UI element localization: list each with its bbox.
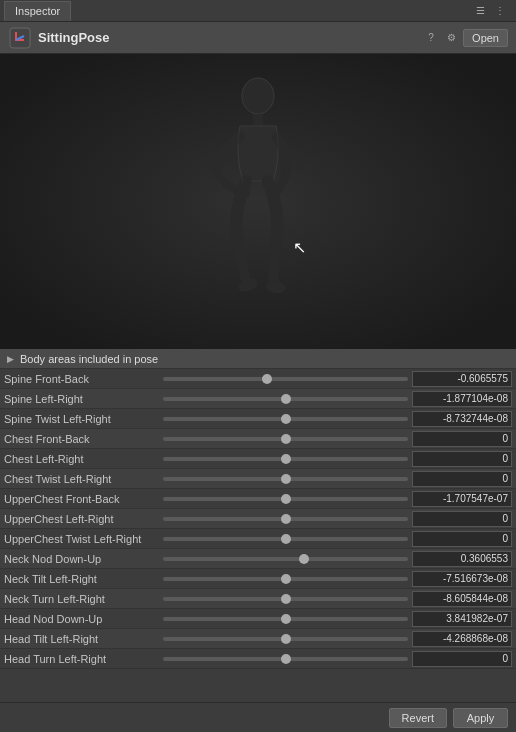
inspector-tab[interactable]: Inspector (4, 1, 71, 21)
slider-track-container (163, 572, 408, 586)
slider-row: Neck Turn Left-Right (0, 589, 516, 609)
slider-track-container (163, 612, 408, 626)
sitting-pose-icon (8, 26, 32, 50)
slider-value-input[interactable] (412, 371, 512, 387)
slider-row: Spine Left-Right (0, 389, 516, 409)
slider-track-container (163, 492, 408, 506)
slider-track-container (163, 532, 408, 546)
slider-label: Chest Left-Right (4, 453, 159, 465)
section-collapse-arrow: ▶ (4, 353, 16, 365)
section-header[interactable]: ▶ Body areas included in pose (0, 349, 516, 369)
slider-row: UpperChest Twist Left-Right (0, 529, 516, 549)
slider-row: Spine Front-Back (0, 369, 516, 389)
tab-bar: Inspector ☰ ⋮ (0, 0, 516, 22)
slider-input[interactable] (163, 637, 408, 641)
slider-input[interactable] (163, 557, 408, 561)
slider-value-input[interactable] (412, 531, 512, 547)
slider-label: Chest Front-Back (4, 433, 159, 445)
tab-menu-icon[interactable]: ☰ (472, 3, 488, 19)
slider-value-input[interactable] (412, 651, 512, 667)
svg-rect-3 (253, 114, 263, 126)
slider-track-container (163, 452, 408, 466)
slider-label: Chest Twist Left-Right (4, 473, 159, 485)
settings-icon[interactable]: ⚙ (443, 30, 459, 46)
slider-label: Neck Turn Left-Right (4, 593, 159, 605)
slider-value-input[interactable] (412, 631, 512, 647)
slider-input[interactable] (163, 397, 408, 401)
slider-value-input[interactable] (412, 611, 512, 627)
slider-input[interactable] (163, 537, 408, 541)
tab-icon-group: ☰ ⋮ (472, 3, 512, 19)
slider-input[interactable] (163, 417, 408, 421)
slider-value-input[interactable] (412, 511, 512, 527)
slider-track-container (163, 632, 408, 646)
slider-input[interactable] (163, 597, 408, 601)
inspector-tab-label: Inspector (15, 5, 60, 17)
slider-input[interactable] (163, 477, 408, 481)
slider-input[interactable] (163, 657, 408, 661)
slider-label: Spine Left-Right (4, 393, 159, 405)
slider-value-input[interactable] (412, 411, 512, 427)
slider-label: UpperChest Twist Left-Right (4, 533, 159, 545)
slider-label: Head Tilt Left-Right (4, 633, 159, 645)
slider-track-container (163, 392, 408, 406)
slider-input[interactable] (163, 617, 408, 621)
help-icon[interactable]: ? (423, 30, 439, 46)
slider-label: Neck Tilt Left-Right (4, 573, 159, 585)
slider-track-container (163, 432, 408, 446)
slider-label: UpperChest Front-Back (4, 493, 159, 505)
slider-label: Spine Front-Back (4, 373, 159, 385)
slider-row: Head Turn Left-Right (0, 649, 516, 669)
slider-row: Head Nod Down-Up (0, 609, 516, 629)
slider-input[interactable] (163, 577, 408, 581)
slider-row: Neck Tilt Left-Right (0, 569, 516, 589)
sliders-container: Spine Front-BackSpine Left-RightSpine Tw… (0, 369, 516, 702)
slider-value-input[interactable] (412, 571, 512, 587)
slider-input[interactable] (163, 457, 408, 461)
slider-value-input[interactable] (412, 471, 512, 487)
slider-row: UpperChest Front-Back (0, 489, 516, 509)
slider-track-container (163, 552, 408, 566)
slider-label: Spine Twist Left-Right (4, 413, 159, 425)
slider-track-container (163, 592, 408, 606)
slider-value-input[interactable] (412, 491, 512, 507)
slider-input[interactable] (163, 497, 408, 501)
header-row: SittingPose ? ⚙ Open (0, 22, 516, 54)
slider-row: UpperChest Left-Right (0, 509, 516, 529)
slider-value-input[interactable] (412, 551, 512, 567)
header-actions: ? ⚙ Open (423, 29, 508, 47)
asset-title: SittingPose (38, 30, 423, 45)
slider-value-input[interactable] (412, 391, 512, 407)
footer-row: Revert Apply (0, 702, 516, 732)
slider-row: Chest Front-Back (0, 429, 516, 449)
slider-value-input[interactable] (412, 591, 512, 607)
section-label: Body areas included in pose (20, 353, 158, 365)
slider-row: Chest Left-Right (0, 449, 516, 469)
slider-row: Chest Twist Left-Right (0, 469, 516, 489)
open-button[interactable]: Open (463, 29, 508, 47)
slider-row: Head Tilt Left-Right (0, 629, 516, 649)
figure-svg (0, 54, 516, 349)
slider-track-container (163, 412, 408, 426)
slider-track-container (163, 372, 408, 386)
slider-label: UpperChest Left-Right (4, 513, 159, 525)
slider-value-input[interactable] (412, 451, 512, 467)
slider-row: Neck Nod Down-Up (0, 549, 516, 569)
slider-track-container (163, 652, 408, 666)
tab-more-icon[interactable]: ⋮ (492, 3, 508, 19)
apply-button[interactable]: Apply (453, 708, 508, 728)
slider-label: Neck Nod Down-Up (4, 553, 159, 565)
slider-value-input[interactable] (412, 431, 512, 447)
revert-button[interactable]: Revert (389, 708, 447, 728)
slider-input[interactable] (163, 377, 408, 381)
slider-row: Spine Twist Left-Right (0, 409, 516, 429)
slider-track-container (163, 472, 408, 486)
slider-label: Head Turn Left-Right (4, 653, 159, 665)
slider-input[interactable] (163, 517, 408, 521)
slider-track-container (163, 512, 408, 526)
svg-point-2 (242, 78, 274, 114)
slider-input[interactable] (163, 437, 408, 441)
slider-label: Head Nod Down-Up (4, 613, 159, 625)
preview-area: ↖ (0, 54, 516, 349)
